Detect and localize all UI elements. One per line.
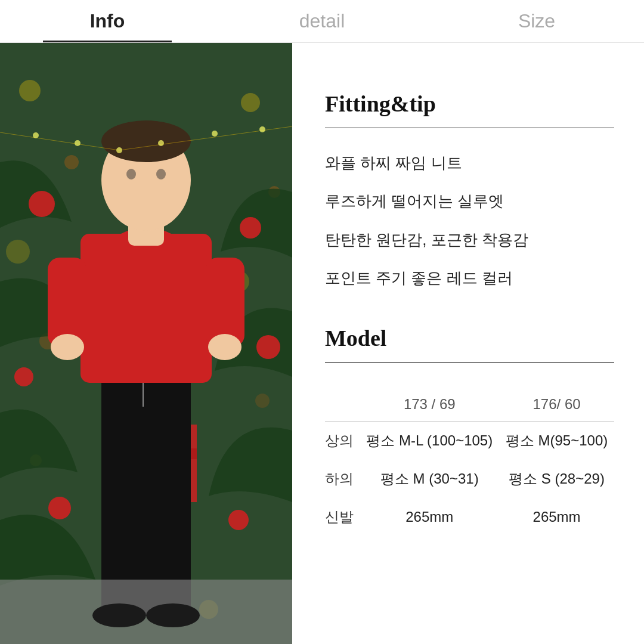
svg-point-45 [259,126,265,132]
col-model1-header: 173 / 69 [360,386,499,422]
svg-rect-35 [0,580,292,644]
model-section: Model 173 / 69 176/ 60 상의 평소 M-L (100~10… [325,325,614,536]
svg-point-34 [156,169,166,179]
svg-point-41 [75,140,80,146]
row-shoe-col2: 265mm [499,498,614,536]
svg-point-28 [51,334,84,360]
svg-point-15 [14,367,33,386]
row-label-bottom: 하의 [325,460,360,498]
list-item: 와플 하찌 짜임 니트 [325,152,614,174]
svg-point-13 [29,191,55,217]
fitting-list: 와플 하찌 짜임 니트 루즈하게 떨어지는 실루엣 탄탄한 원단감, 포근한 착… [325,152,614,289]
svg-point-44 [212,131,218,137]
list-item: 탄탄한 원단감, 포근한 착용감 [325,229,614,250]
table-row: 하의 평소 M (30~31) 평소 S (28~29) [325,460,614,498]
svg-rect-25 [80,234,212,383]
tab-bar: Info detail Size [0,0,644,43]
col-model2-header: 176/ 60 [499,386,614,422]
svg-point-42 [116,147,122,153]
info-panel: Fitting&tip 와플 하찌 짜임 니트 루즈하게 떨어지는 실루엣 탄탄… [292,43,644,644]
table-header-row: 173 / 69 176/ 60 [325,386,614,422]
tab-info[interactable]: Info [0,0,215,42]
model-image-panel [0,43,292,644]
table-row: 신발 265mm 265mm [325,498,614,536]
svg-point-3 [6,240,30,264]
svg-rect-26 [48,258,86,347]
tab-info-label: Info [90,10,125,32]
row-shoe-col1: 265mm [360,498,499,536]
svg-rect-27 [206,258,244,347]
list-item: 포인트 주기 좋은 레드 컬러 [325,267,614,289]
svg-point-43 [158,140,164,146]
tab-detail[interactable]: detail [215,0,429,42]
row-label-top: 상의 [325,421,360,460]
row-label-shoe: 신발 [325,498,360,536]
fitting-divider [325,128,614,128]
svg-point-40 [33,132,39,138]
main-content: Fitting&tip 와플 하찌 짜임 니트 루즈하게 떨어지는 실루엣 탄탄… [0,43,644,644]
table-row: 상의 평소 M-L (100~105) 평소 M(95~100) [325,421,614,460]
svg-point-33 [126,169,136,179]
svg-point-5 [241,93,260,112]
tab-detail-label: detail [299,10,345,32]
svg-point-32 [101,120,191,162]
svg-point-2 [64,155,79,169]
col-label-header [325,386,360,422]
svg-point-17 [48,497,71,519]
row-top-col2: 평소 M(95~100) [499,421,614,460]
model-title: Model [325,325,614,351]
svg-point-16 [256,335,280,359]
svg-point-14 [240,217,261,239]
tab-size[interactable]: Size [429,0,644,42]
model-divider [325,362,614,363]
svg-point-8 [255,394,270,408]
svg-point-29 [208,334,242,360]
model-photo [0,43,292,644]
model-table: 173 / 69 176/ 60 상의 평소 M-L (100~105) 평소 … [325,386,614,536]
svg-point-37 [146,603,200,627]
row-bottom-col1: 평소 M (30~31) [360,460,499,498]
row-top-col1: 평소 M-L (100~105) [360,421,499,460]
svg-point-1 [19,80,41,101]
list-item: 루즈하게 떨어지는 실루엣 [325,190,614,212]
svg-point-18 [228,510,249,530]
fitting-title: Fitting&tip [325,91,614,117]
svg-point-36 [92,603,146,627]
row-bottom-col2: 평소 S (28~29) [499,460,614,498]
tab-size-label: Size [518,10,555,32]
fitting-section: Fitting&tip 와플 하찌 짜임 니트 루즈하게 떨어지는 실루엣 탄탄… [325,91,614,289]
